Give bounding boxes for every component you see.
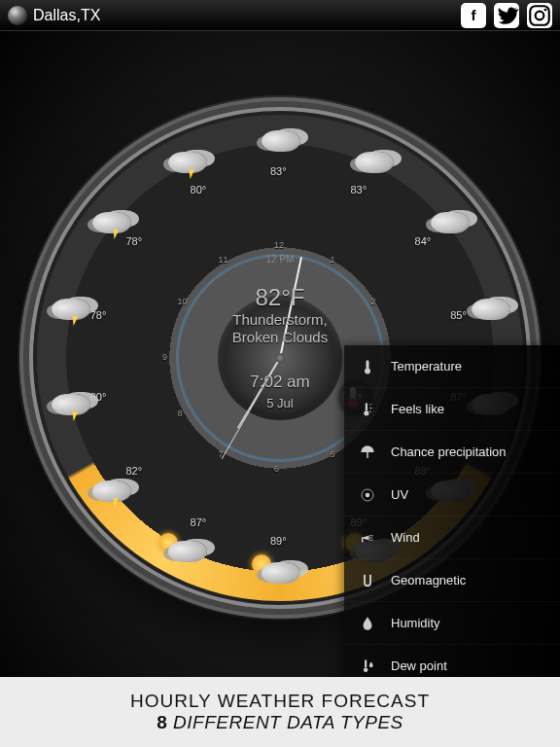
menu-item-uv[interactable]: UV	[344, 474, 560, 516]
footer-line-1: HOURLY WEATHER FORECAST	[130, 691, 430, 712]
svg-rect-10	[362, 537, 364, 542]
location-label[interactable]: Dallas,TX	[33, 7, 100, 24]
feels-icon	[358, 400, 377, 419]
menu-item-thermo[interactable]: Temperature	[344, 345, 560, 388]
menu-item-label: Feels like	[391, 402, 444, 416]
hour-tick: 11	[219, 255, 228, 265]
menu-item-label: Wind	[391, 530, 420, 545]
svg-point-9	[366, 492, 370, 497]
menu-item-label: Dew point	[391, 658, 447, 673]
svg-point-1	[536, 11, 544, 19]
menu-item-label: Temperature	[391, 359, 462, 374]
menu-item-label: Humidity	[391, 616, 440, 630]
twitter-icon[interactable]	[494, 3, 519, 28]
thunderstorm-icon	[46, 291, 94, 330]
menu-item-label: Chance precipitation	[391, 445, 507, 459]
partly-sunny-icon	[256, 554, 304, 593]
facebook-icon[interactable]: f	[461, 3, 486, 28]
dew-icon	[358, 657, 377, 676]
svg-rect-7	[367, 452, 368, 458]
thermo-icon	[358, 357, 377, 376]
thunderstorm-icon	[87, 204, 135, 243]
geo-icon	[358, 571, 377, 590]
wind-icon	[358, 528, 377, 548]
menu-item-wind[interactable]: Wind	[344, 516, 560, 559]
uv-icon	[358, 485, 377, 505]
svg-point-6	[364, 410, 368, 415]
menu-item-label: UV	[391, 487, 408, 502]
svg-rect-3	[367, 360, 369, 369]
cloudy-icon	[425, 204, 473, 243]
thunderstorm-icon	[87, 473, 135, 512]
hourly-temp: 80°	[191, 184, 207, 196]
svg-rect-5	[366, 403, 368, 410]
svg-point-14	[364, 667, 368, 672]
hour-tick: 2	[371, 297, 376, 306]
hour-tick: 12	[274, 240, 284, 250]
umbrella-icon	[358, 443, 377, 462]
svg-point-11	[364, 574, 366, 576]
svg-point-12	[369, 574, 371, 576]
cloudy-icon	[349, 144, 398, 183]
clock-center-pin	[275, 353, 285, 363]
hourly-temp: 87°	[191, 516, 207, 528]
menu-item-feels[interactable]: Feels like	[344, 388, 560, 431]
cloudy-icon	[256, 123, 304, 161]
promo-footer: HOURLY WEATHER FORECAST 8 DIFFERENT DATA…	[0, 677, 560, 747]
instagram-icon[interactable]	[527, 3, 552, 28]
hourly-temp: 83°	[350, 184, 367, 196]
thunderstorm-icon	[162, 144, 211, 183]
svg-point-2	[544, 8, 547, 11]
hour-tick: 8	[177, 409, 182, 418]
hour-tick: 10	[177, 297, 187, 306]
partly-sunny-icon	[162, 533, 211, 572]
hourly-temp: 89°	[270, 535, 287, 547]
hour-tick: 6	[274, 464, 279, 474]
cloudy-icon	[466, 291, 514, 330]
footer-line-2: 8 DIFFERENT DATA TYPES	[157, 712, 402, 733]
humid-icon	[358, 614, 377, 633]
menu-item-label: Geomagnetic	[391, 573, 466, 587]
hour-tick: 9	[162, 352, 167, 362]
menu-item-umbrella[interactable]: Chance precipitation	[344, 431, 560, 474]
menu-item-humid[interactable]: Humidity	[344, 602, 560, 645]
noon-label: 12 PM	[266, 254, 295, 265]
hourly-temp: 85°	[450, 309, 467, 321]
data-type-menu: TemperatureFeels likeChance precipitatio…	[344, 345, 560, 688]
svg-point-4	[365, 368, 370, 374]
thunderstorm-icon	[46, 386, 94, 425]
hour-tick: 1	[331, 255, 335, 265]
hourly-temp: 83°	[270, 165, 287, 177]
hour-tick: 5	[331, 449, 335, 459]
globe-icon[interactable]	[8, 6, 27, 25]
svg-rect-13	[365, 659, 367, 667]
top-bar: Dallas,TX f	[0, 0, 560, 31]
menu-item-geo[interactable]: Geomagnetic	[344, 559, 560, 602]
